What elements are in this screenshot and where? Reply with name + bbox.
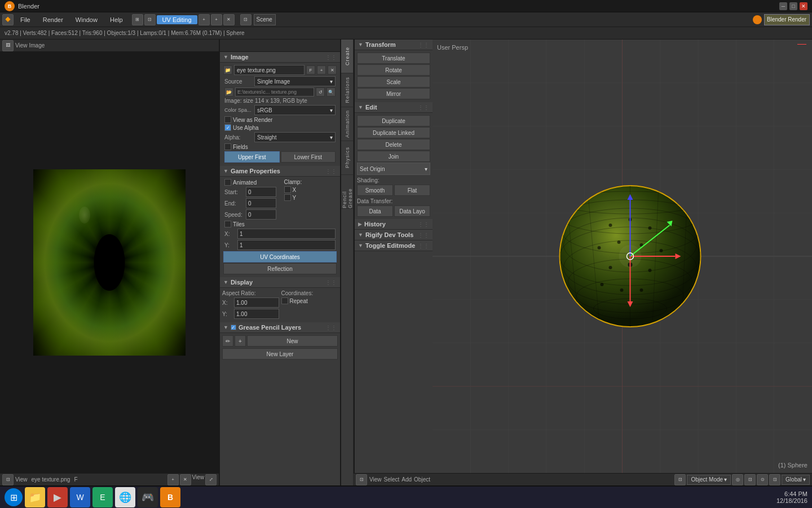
image-section-header[interactable]: ▼ Image ⋮⋮ [220, 52, 340, 63]
image-filename[interactable]: eye texture.png [234, 65, 304, 75]
add-area-icon[interactable]: + [211, 14, 222, 25]
upper-first-button[interactable]: Upper First [224, 151, 280, 163]
flat-button[interactable]: Flat [394, 185, 430, 196]
tiles-x-value[interactable]: 1 [237, 229, 336, 239]
maximize-button[interactable]: □ [789, 2, 797, 10]
tab-create[interactable]: Create [341, 40, 353, 73]
scene-dropdown-icon[interactable]: ⊡ [240, 14, 251, 25]
vp-object-label[interactable]: Object [414, 476, 430, 483]
filepath-folder-icon[interactable]: 📂 [224, 87, 233, 97]
image-close-icon[interactable]: ✕ [328, 65, 337, 75]
view-label[interactable]: View [15, 42, 28, 49]
display-section-menu[interactable]: ⋮⋮ [325, 279, 337, 286]
vp-select-label[interactable]: Select [384, 476, 400, 483]
edit-menu[interactable]: ⋮⋮ [418, 104, 429, 111]
fields-checkbox[interactable] [224, 143, 231, 150]
menu-render[interactable]: Render [37, 14, 69, 26]
data-layo-button[interactable]: Data Layo [394, 205, 430, 217]
image-section-menu[interactable]: ⋮⋮ [325, 54, 337, 60]
taskbar-word[interactable]: W [70, 487, 90, 507]
grease-pencil-checkbox[interactable] [231, 325, 236, 330]
end-value[interactable]: 0 [246, 198, 276, 208]
rotate-button[interactable]: Rotate [357, 64, 430, 76]
animated-checkbox[interactable] [224, 179, 231, 186]
flag-icon[interactable]: F [306, 65, 315, 75]
use-alpha-checkbox[interactable] [224, 124, 231, 131]
grease-pencil-menu[interactable]: ⋮⋮ [325, 325, 337, 331]
footer-view2[interactable]: View [192, 474, 205, 485]
add-workspace-icon[interactable]: + [198, 14, 210, 25]
taskbar-media[interactable]: ▶ [47, 487, 68, 507]
add-viewport-icon[interactable]: + [167, 474, 179, 485]
start-button[interactable]: ⊞ [5, 488, 23, 506]
scene-select[interactable]: Scene [254, 14, 276, 25]
tab-physics[interactable]: Physics [341, 141, 353, 175]
vp-add-label[interactable]: Add [401, 476, 412, 483]
taskbar-steam[interactable]: 🎮 [138, 487, 158, 507]
viewport-expand-icon[interactable]: ⤢ [205, 474, 217, 485]
image-browse-icon[interactable]: 📁 [223, 65, 232, 75]
scene-icon[interactable]: ⊡ [144, 14, 156, 25]
transform-section-header[interactable]: ▼ Transform ⋮⋮ [355, 40, 433, 50]
image-label[interactable]: Image [29, 42, 45, 49]
display-section-header[interactable]: ▼ Display ⋮⋮ [220, 277, 340, 288]
set-origin-button[interactable]: Set Origin ▾ [357, 163, 430, 175]
rigify-menu[interactable]: ⋮⋮ [418, 232, 429, 238]
lower-first-button[interactable]: Lower First [281, 151, 336, 163]
toggle-editmode-header[interactable]: ▼ Toggle Editmode ⋮⋮ [355, 240, 433, 251]
tiles-y-value[interactable]: 1 [237, 240, 336, 250]
scale-button[interactable]: Scale [357, 76, 430, 87]
3d-viewport[interactable]: User Persp (1) Sphere [433, 40, 812, 473]
close-button[interactable]: ✕ [800, 2, 807, 10]
smooth-button[interactable]: Smooth [357, 185, 393, 196]
reflection-button[interactable]: Reflection [223, 263, 337, 274]
menu-window[interactable]: Window [70, 14, 103, 26]
menu-file[interactable]: File [15, 14, 36, 26]
vp-prop-edit-icon[interactable]: ⊙ [757, 474, 768, 485]
toggle-menu[interactable]: ⋮⋮ [418, 243, 429, 249]
transform-menu[interactable]: ⋮⋮ [418, 42, 429, 48]
grease-pencil-header[interactable]: ▼ Grease Pencil Layers ⋮⋮ [220, 322, 340, 333]
speed-value[interactable]: 0 [246, 209, 276, 220]
aspect-x-value[interactable]: 1.00 [234, 297, 279, 308]
blender-icon[interactable]: 🔶 [2, 14, 14, 25]
translate-button[interactable]: Translate [357, 52, 430, 64]
gp-new-button[interactable]: New [247, 335, 338, 347]
tab-relations[interactable]: Relations [341, 73, 353, 107]
start-value[interactable]: 0 [246, 187, 276, 197]
taskbar-calc[interactable]: E [92, 487, 113, 507]
gp-pencil-icon[interactable]: ✏ [222, 335, 233, 347]
game-properties-menu[interactable]: ⋮⋮ [325, 168, 337, 174]
rigify-section-header[interactable]: ▼ Rigify Dev Tools ⋮⋮ [355, 230, 433, 240]
duplicate-linked-button[interactable]: Duplicate Linked [357, 127, 430, 138]
image-new-icon[interactable]: + [317, 65, 326, 75]
taskbar-blender[interactable]: B [160, 487, 180, 507]
color-space-select[interactable]: sRGB ▾ [254, 105, 336, 115]
source-select[interactable]: Single Image ▾ [254, 76, 336, 86]
game-properties-header[interactable]: ▼ Game Properties ⋮⋮ [220, 166, 340, 177]
vp-pivot-icon[interactable]: ◎ [732, 474, 743, 485]
view-as-render-checkbox[interactable] [224, 116, 231, 123]
vp-snap-icon[interactable]: ⊡ [744, 474, 756, 485]
tab-grease-pencil[interactable]: Grease Pencil [341, 175, 353, 209]
gp-add-icon[interactable]: + [235, 335, 246, 347]
tab-animation[interactable]: Animation [341, 107, 353, 141]
gp-new-layer-button[interactable]: New Layer [222, 348, 338, 360]
uv-coordinates-button[interactable]: UV Coordinates [223, 251, 337, 262]
workspace-uv-editing[interactable]: UV Editing [157, 15, 197, 24]
tiles-checkbox[interactable] [224, 221, 231, 227]
history-menu[interactable]: ⋮⋮ [418, 221, 429, 227]
viewport-options-icon[interactable]: ✕ [180, 474, 191, 485]
render-engine-select[interactable]: Blender Render [764, 14, 810, 25]
footer-panel-icon[interactable]: ⊡ [2, 474, 14, 485]
vp-view-label[interactable]: View [369, 476, 382, 483]
image-panel-icon[interactable]: 🖼 [2, 40, 14, 51]
aspect-y-value[interactable]: 1.00 [234, 309, 279, 319]
edit-section-header[interactable]: ▼ Edit ⋮⋮ [355, 102, 433, 113]
taskbar-file-explorer[interactable]: 📁 [25, 487, 45, 507]
vp-mode-icon[interactable]: ⊡ [674, 474, 686, 485]
repeat-checkbox[interactable] [281, 297, 288, 304]
delete-button[interactable]: Delete [357, 139, 430, 150]
menu-help[interactable]: Help [104, 14, 129, 26]
browse-icon[interactable]: 🔍 [326, 87, 336, 97]
